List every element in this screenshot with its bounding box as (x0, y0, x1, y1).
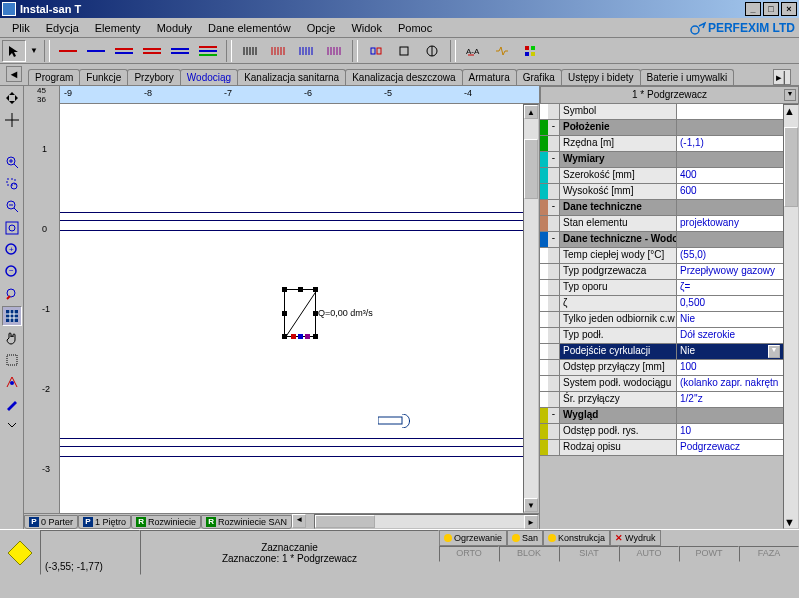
canvas-hscroll[interactable]: ► (314, 514, 539, 529)
lt-zoom-undo[interactable] (2, 284, 22, 304)
tool-line-blue[interactable] (84, 40, 108, 62)
lt-chevron[interactable] (2, 416, 22, 436)
tool-grid[interactable] (518, 40, 542, 62)
prop-row[interactable]: Odstęp podł. rys.10 (540, 424, 783, 440)
scroll-thumb[interactable] (524, 139, 538, 199)
tool-radiator-3[interactable] (294, 40, 318, 62)
lt-zoom-window[interactable] (2, 174, 22, 194)
props-dropdown-icon[interactable]: ▼ (784, 89, 796, 101)
tab-baterie-i-umywalki[interactable]: Baterie i umywalki (640, 69, 735, 85)
tab-kanalizacja-deszczowa[interactable]: Kanalizacja deszczowa (345, 69, 462, 85)
lt-shape[interactable] (2, 372, 22, 392)
tool-section-2[interactable] (490, 40, 514, 62)
prop-row[interactable]: Tylko jeden odbiornik c.wNie (540, 312, 783, 328)
prop-row[interactable]: Rodzaj opisuPodgrzewacz (540, 440, 783, 456)
prop-row[interactable]: Wysokość [mm]600 (540, 184, 783, 200)
layer-box[interactable]: BLOK (499, 546, 559, 562)
tab-wodociąg[interactable]: Wodociąg (180, 69, 238, 85)
sheet-tab[interactable]: P1 Piętro (78, 515, 131, 529)
prop-row[interactable]: ζ0,500 (540, 296, 783, 312)
tab-przybory[interactable]: Przybory (127, 69, 180, 85)
hscroll-thumb[interactable] (315, 515, 375, 528)
tool-radiator-2[interactable] (266, 40, 290, 62)
layer-tab[interactable]: Ogrzewanie (439, 530, 507, 546)
hscroll-right[interactable]: ► (524, 515, 538, 529)
lt-zoom-minus[interactable]: − (2, 262, 22, 282)
lt-zoom-in[interactable] (2, 152, 22, 172)
tool-line-double-3[interactable] (168, 40, 192, 62)
tool-line-triple[interactable] (196, 40, 220, 62)
layer-box[interactable]: SIAT (559, 546, 619, 562)
lt-hand[interactable] (2, 328, 22, 348)
tab-grafika[interactable]: Grafika (516, 69, 562, 85)
sheet-tab[interactable]: RRozwiniecie (131, 515, 201, 529)
tool-radiator-4[interactable] (322, 40, 346, 62)
tool-symbol-3[interactable] (420, 40, 444, 62)
close-button[interactable]: × (781, 2, 797, 16)
tab-funkcje[interactable]: Funkcje (79, 69, 128, 85)
layer-box[interactable]: FAZA (739, 546, 799, 562)
podgrzewacz-element[interactable] (284, 289, 316, 337)
menu-elementy[interactable]: Elementy (87, 20, 149, 36)
tool-line-double-2[interactable] (140, 40, 164, 62)
tool-line-double-1[interactable] (112, 40, 136, 62)
tabs-scroll-left[interactable]: ◄ (6, 66, 22, 82)
prop-row[interactable]: Symbol (540, 104, 783, 120)
layer-tab[interactable]: Konstrukcja (543, 530, 610, 546)
lt-arrows[interactable] (2, 88, 22, 108)
menu-edycja[interactable]: Edycja (38, 20, 87, 36)
tool-line-red[interactable] (56, 40, 80, 62)
scroll-down[interactable]: ▼ (524, 498, 538, 512)
canvas-vscroll[interactable]: ▲ ▼ (523, 104, 539, 513)
menu-plik[interactable]: Plik (4, 20, 38, 36)
prop-row[interactable]: Odstęp przyłączy [mm]100 (540, 360, 783, 376)
props-vscroll[interactable]: ▲ ▼ (783, 104, 799, 529)
maximize-button[interactable]: □ (763, 2, 779, 16)
tool-radiator-1[interactable] (238, 40, 262, 62)
ruler-vertical: 1 0 -1 -2 -3 (24, 104, 60, 513)
tabs-scroll-right[interactable]: ▸│ (773, 69, 791, 85)
props-title[interactable]: 1 * Podgrzewacz ▼ (540, 86, 799, 104)
lt-zoom-out[interactable] (2, 196, 22, 216)
menu-pomoc[interactable]: Pomoc (390, 20, 440, 36)
menu-widok[interactable]: Widok (343, 20, 390, 36)
sheet-tab[interactable]: RRozwiniecie SAN (201, 515, 292, 529)
prop-row[interactable]: Podejście cyrkulacjiNie▼ (540, 344, 783, 360)
prop-row[interactable]: System podł. wodociągu(kolanko zapr. nak… (540, 376, 783, 392)
lt-table[interactable] (2, 306, 22, 326)
lt-zoom-plus[interactable]: + (2, 240, 22, 260)
tool-symbol-2[interactable] (392, 40, 416, 62)
layer-tab[interactable]: ✕Wydruk (610, 530, 660, 546)
prop-row[interactable]: Typ oporuζ= (540, 280, 783, 296)
prop-row[interactable]: Typ podł.Dół szerokie (540, 328, 783, 344)
layer-box[interactable]: POWT (679, 546, 739, 562)
lt-cross[interactable] (2, 110, 22, 130)
lt-dotted[interactable] (2, 350, 22, 370)
tab-kanalizacja-sanitarna[interactable]: Kanalizacja sanitarna (237, 69, 346, 85)
layer-tab[interactable]: San (507, 530, 543, 546)
prop-row[interactable]: Szerokość [mm]400 (540, 168, 783, 184)
tool-section-1[interactable]: A-A (462, 40, 486, 62)
tab-program[interactable]: Program (28, 69, 80, 85)
lt-pencil[interactable] (2, 394, 22, 414)
prop-row[interactable]: Temp ciepłej wody [°C](55,0) (540, 248, 783, 264)
prop-row[interactable]: Stan elementuprojektowany (540, 216, 783, 232)
tool-arrow[interactable] (2, 40, 26, 62)
menu-opcje[interactable]: Opcje (299, 20, 344, 36)
menu-moduly[interactable]: Moduły (149, 20, 200, 36)
tab-armatura[interactable]: Armatura (462, 69, 517, 85)
tool-symbol-1[interactable] (364, 40, 388, 62)
menu-dane[interactable]: Dane elementów (200, 20, 299, 36)
layer-box[interactable]: AUTO (619, 546, 679, 562)
prop-row[interactable]: Typ podgrzewaczaPrzepływowy gazowy (540, 264, 783, 280)
layer-box[interactable]: ORTO (439, 546, 499, 562)
tab-ustępy-i-bidety[interactable]: Ustępy i bidety (561, 69, 641, 85)
scroll-up[interactable]: ▲ (524, 105, 538, 119)
minimize-button[interactable]: _ (745, 2, 761, 16)
sheet-tab[interactable]: P0 Parter (24, 515, 78, 529)
hscroll-left[interactable]: ◄ (292, 514, 306, 528)
lt-zoom-fit[interactable] (2, 218, 22, 238)
drawing-canvas[interactable]: Q=0,00 dm³/s (60, 104, 523, 513)
prop-row[interactable]: Rzędna [m](-1,1) (540, 136, 783, 152)
prop-row[interactable]: Śr. przyłączy1/2''z (540, 392, 783, 408)
